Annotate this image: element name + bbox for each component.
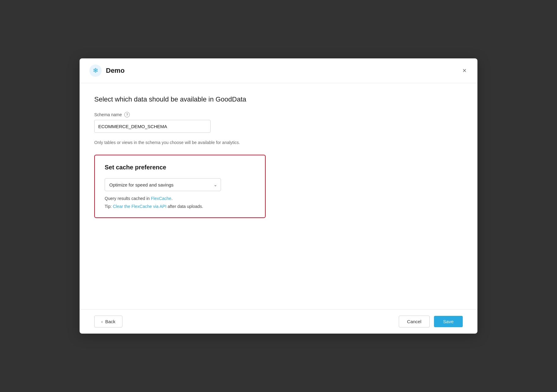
save-button[interactable]: Save — [434, 316, 463, 327]
schema-name-input[interactable] — [94, 120, 211, 133]
cache-info-after: . — [171, 196, 173, 201]
cache-preference-title: Set cache preference — [105, 164, 255, 171]
cache-preference-box: Set cache preference Optimize for speed … — [94, 155, 266, 218]
cache-info-text: Query results cached in FlexCache. — [105, 196, 255, 201]
clear-flexcache-link[interactable]: Clear the FlexCache via API — [113, 204, 166, 209]
snowflake-icon: ❄ — [93, 67, 98, 74]
modal-header: ❄ Demo × — [80, 58, 477, 83]
cancel-button[interactable]: Cancel — [399, 316, 430, 327]
cache-select-wrapper: Optimize for speed and savings No cachin… — [105, 178, 221, 191]
modal-footer: ‹ Back Cancel Save — [80, 309, 477, 334]
cache-tip-text: Tip: Clear the FlexCache via API after d… — [105, 204, 255, 209]
tip-prefix: Tip: — [105, 204, 113, 209]
chevron-left-icon: ‹ — [101, 319, 103, 324]
schema-label: Schema name — [94, 112, 122, 117]
modal-title: Demo — [106, 67, 461, 75]
tip-after: after data uploads. — [166, 204, 203, 209]
close-button[interactable]: × — [461, 66, 468, 75]
app-logo: ❄ — [89, 65, 102, 77]
modal-container: ❄ Demo × Select which data should be ava… — [80, 58, 477, 334]
schema-help-icon[interactable]: ? — [124, 112, 130, 117]
schema-helper-text: Only tables or views in the schema you c… — [94, 140, 463, 145]
modal-body: Select which data should be available in… — [80, 83, 477, 309]
flexcache-link[interactable]: FlexCache — [151, 196, 171, 201]
modal-backdrop: ❄ Demo × Select which data should be ava… — [0, 0, 557, 392]
footer-right-actions: Cancel Save — [399, 316, 463, 327]
section-title: Select which data should be available in… — [94, 95, 463, 103]
schema-label-row: Schema name ? — [94, 112, 463, 117]
back-button[interactable]: ‹ Back — [94, 316, 122, 327]
back-label: Back — [105, 319, 115, 324]
cache-info-before: Query results cached in — [105, 196, 151, 201]
schema-name-group: Schema name ? — [94, 112, 463, 133]
cache-preference-select[interactable]: Optimize for speed and savings No cachin… — [105, 178, 221, 191]
